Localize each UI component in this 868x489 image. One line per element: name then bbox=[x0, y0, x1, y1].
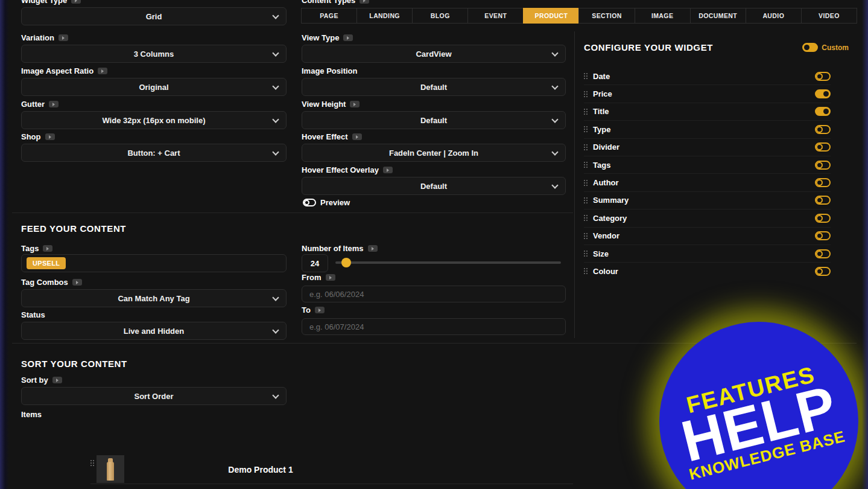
help-knowledge-base-badge[interactable]: FEATURES HELP KNOWLEDGE BASE bbox=[659, 322, 858, 489]
from-label: From bbox=[302, 273, 335, 281]
tab-video[interactable]: VIDEO bbox=[801, 8, 857, 24]
view-type-select[interactable]: CardView bbox=[302, 45, 566, 63]
drag-handle-icon[interactable] bbox=[584, 126, 585, 127]
toggle-author[interactable] bbox=[815, 178, 831, 187]
info-icon[interactable] bbox=[98, 68, 107, 74]
drag-handle-icon[interactable] bbox=[584, 109, 585, 110]
image-position-select[interactable]: Default bbox=[302, 78, 566, 96]
view-height-field: View Height Default bbox=[302, 100, 566, 129]
custom-toggle-row[interactable]: Custom bbox=[802, 43, 849, 52]
view-type-field: View Type CardView bbox=[302, 33, 566, 63]
from-date-input[interactable] bbox=[302, 286, 566, 302]
slider-knob[interactable] bbox=[341, 258, 351, 267]
tab-image[interactable]: IMAGE bbox=[635, 8, 691, 24]
drag-handle-icon[interactable] bbox=[584, 215, 585, 216]
number-of-items-value[interactable]: 24 bbox=[302, 254, 328, 272]
shop-select[interactable]: Button: + Cart bbox=[21, 144, 287, 162]
item-row-divider bbox=[90, 484, 573, 484]
sort-by-select[interactable]: Sort Order bbox=[21, 387, 287, 405]
tag-combos-select[interactable]: Can Match Any Tag bbox=[21, 289, 287, 307]
image-position-label: Image Position bbox=[302, 66, 566, 75]
drag-handle-icon[interactable] bbox=[584, 180, 585, 181]
drag-handle-icon[interactable] bbox=[584, 73, 585, 74]
to-label-row: To bbox=[302, 305, 325, 317]
info-icon[interactable] bbox=[43, 245, 52, 252]
toggle-size[interactable] bbox=[815, 249, 831, 258]
info-icon[interactable] bbox=[352, 133, 362, 140]
toggle-colour[interactable] bbox=[815, 267, 831, 276]
drag-handle-icon[interactable] bbox=[584, 268, 585, 269]
tab-document[interactable]: DOCUMENT bbox=[690, 8, 746, 24]
info-icon[interactable] bbox=[343, 34, 353, 41]
drag-handle-icon[interactable] bbox=[584, 251, 585, 252]
gutter-select[interactable]: Wide 32px (16px on mobile) bbox=[21, 111, 287, 129]
tab-blog[interactable]: BLOG bbox=[412, 8, 468, 24]
config-row-title: Title bbox=[584, 103, 831, 121]
info-icon[interactable] bbox=[383, 167, 393, 173]
tab-section[interactable]: SECTION bbox=[578, 8, 635, 24]
info-icon[interactable] bbox=[59, 34, 68, 41]
hover-effect-overlay-select[interactable]: Default bbox=[302, 177, 566, 195]
shop-label: Shop bbox=[21, 132, 287, 141]
chevron-down-icon bbox=[551, 50, 558, 56]
drag-handle-icon[interactable] bbox=[584, 144, 585, 145]
chevron-down-icon bbox=[551, 149, 558, 155]
variation-label: Variation bbox=[21, 33, 287, 42]
toggle-summary[interactable] bbox=[815, 196, 831, 205]
tab-landing[interactable]: LANDING bbox=[356, 8, 413, 24]
sort-section-title: SORT YOUR CONTENT bbox=[21, 359, 127, 369]
status-select[interactable]: Live and Hidden bbox=[21, 322, 287, 340]
config-row-vendor: Vendor bbox=[584, 228, 831, 245]
info-icon[interactable] bbox=[71, 0, 81, 4]
drag-handle-icon[interactable] bbox=[584, 162, 585, 163]
status-label: Status bbox=[21, 310, 287, 319]
items-label: Items bbox=[21, 410, 42, 418]
config-row-type: Type bbox=[584, 121, 831, 138]
variation-select[interactable]: 3 Columns bbox=[21, 45, 287, 63]
custom-toggle[interactable] bbox=[802, 43, 818, 52]
toggle-category[interactable] bbox=[815, 214, 831, 223]
toggle-date[interactable] bbox=[815, 72, 831, 81]
tags-label: Tags bbox=[21, 244, 52, 252]
view-height-select[interactable]: Default bbox=[302, 111, 566, 129]
info-icon[interactable] bbox=[350, 101, 360, 107]
tags-input[interactable]: UPSELL bbox=[21, 254, 287, 272]
drag-handle-icon[interactable] bbox=[584, 91, 585, 92]
tag-chip-upsell[interactable]: UPSELL bbox=[27, 257, 66, 269]
bottle-image-body bbox=[107, 462, 114, 481]
drag-handle-icon[interactable] bbox=[584, 197, 585, 199]
info-icon[interactable] bbox=[72, 279, 82, 286]
info-icon[interactable] bbox=[49, 101, 59, 107]
widget-type-select[interactable]: Grid bbox=[21, 7, 287, 25]
hover-effect-select[interactable]: FadeIn Center | Zoom In bbox=[302, 144, 566, 162]
from-label-row: From bbox=[302, 273, 335, 284]
number-of-items-slider[interactable] bbox=[335, 258, 561, 267]
info-icon[interactable] bbox=[360, 0, 369, 4]
info-icon[interactable] bbox=[326, 274, 335, 281]
toggle-vendor[interactable] bbox=[815, 231, 831, 240]
feed-section-title: FEED YOUR CONTENT bbox=[21, 223, 126, 234]
tab-page[interactable]: PAGE bbox=[301, 8, 357, 24]
drag-handle-icon[interactable] bbox=[584, 233, 585, 234]
to-date-input[interactable] bbox=[302, 318, 566, 335]
toggle-type[interactable] bbox=[815, 125, 831, 134]
info-icon[interactable] bbox=[315, 307, 325, 313]
tag-combos-field: Tag Combos Can Match Any Tag bbox=[21, 278, 287, 307]
config-row-summary: Summary bbox=[584, 192, 831, 209]
content-types-label: Content Types bbox=[302, 0, 369, 4]
toggle-price[interactable] bbox=[815, 89, 831, 98]
toggle-divider[interactable] bbox=[815, 142, 831, 152]
info-icon[interactable] bbox=[52, 377, 62, 383]
tab-event[interactable]: EVENT bbox=[467, 8, 524, 24]
drag-handle-icon[interactable] bbox=[90, 460, 92, 461]
info-icon[interactable] bbox=[45, 133, 55, 140]
chevron-down-icon bbox=[272, 116, 279, 123]
info-icon[interactable] bbox=[368, 245, 378, 252]
tab-audio[interactable]: AUDIO bbox=[746, 8, 802, 24]
preview-toggle-row[interactable]: Preview bbox=[303, 198, 350, 207]
toggle-title[interactable] bbox=[815, 107, 831, 116]
image-aspect-ratio-select[interactable]: Original bbox=[21, 78, 287, 96]
toggle-tags[interactable] bbox=[815, 161, 831, 170]
help-badge-text: FEATURES HELP KNOWLEDGE BASE bbox=[671, 359, 847, 484]
tab-product[interactable]: PRODUCT bbox=[523, 8, 579, 24]
